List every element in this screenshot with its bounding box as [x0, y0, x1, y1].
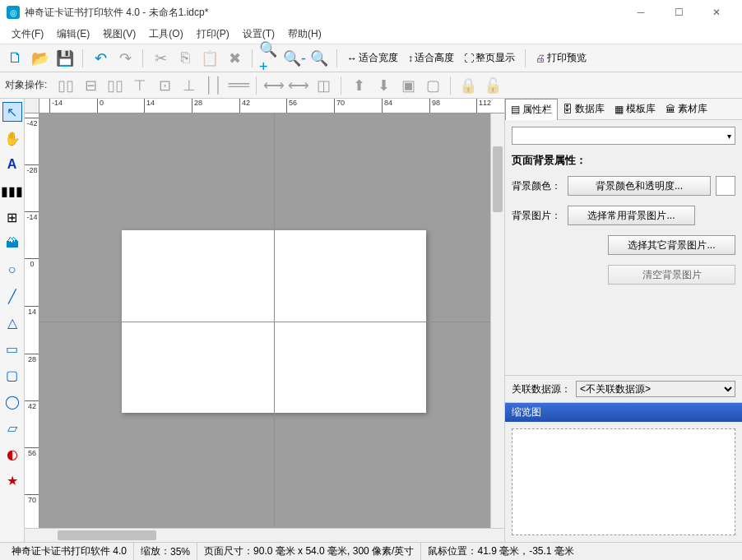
qrcode-tool-icon[interactable]: ⊞ [2, 207, 22, 227]
same-height-icon[interactable]: ⟷ [288, 75, 309, 96]
line-tool-icon[interactable]: ╱ [2, 286, 22, 306]
roundrect-tool-icon[interactable]: ▢ [2, 365, 22, 385]
lock-icon[interactable]: 🔒 [457, 75, 479, 96]
gauge-tool-icon[interactable]: ◐ [2, 444, 22, 464]
status-app: 神奇证卡证书打印软件 4.0 [5, 543, 134, 560]
menu-help[interactable]: 帮助(H) [281, 25, 328, 44]
scroll-thumb[interactable] [58, 530, 156, 540]
scrollbar-horizontal[interactable] [25, 528, 504, 542]
star-tool-icon[interactable]: ★ [2, 470, 22, 490]
align-right-icon[interactable]: ▯▯ [104, 75, 126, 96]
zoom-in-icon[interactable]: 🔍+ [259, 48, 281, 69]
bg-image-common-button[interactable]: 选择常用背景图片... [568, 206, 695, 225]
separator [256, 76, 257, 95]
separator [525, 49, 526, 67]
tab-templates[interactable]: ▦模板库 [610, 99, 661, 119]
database-icon: 🗄 [563, 104, 573, 115]
canvas-viewport[interactable] [39, 113, 490, 528]
fit-width-button[interactable]: ↔适合宽度 [344, 48, 401, 69]
select-tool-icon[interactable]: ↖ [2, 102, 22, 122]
menu-tools[interactable]: 工具(O) [142, 25, 189, 44]
data-source-select[interactable]: <不关联数据源> [576, 381, 735, 397]
text-tool-icon[interactable]: A [2, 155, 22, 174]
ruler-vertical[interactable]: -42 -28 -14 0 14 28 42 56 70 [25, 113, 39, 528]
triangle-tool-icon[interactable]: △ [2, 312, 22, 332]
zoom-reset-icon[interactable]: 🔍 [308, 48, 330, 69]
open-icon[interactable]: 📂 [30, 48, 51, 69]
rect-tool-icon[interactable]: ▭ [2, 339, 22, 359]
same-width-icon[interactable]: ⟷ [263, 75, 285, 96]
separator [336, 49, 337, 67]
same-size-icon[interactable]: ◫ [313, 75, 334, 96]
circle-tool-icon[interactable]: ○ [2, 260, 22, 280]
height-icon: ↕ [408, 53, 413, 64]
menu-view[interactable]: 视图(V) [96, 25, 142, 44]
delete-icon[interactable]: ✖ [224, 48, 245, 69]
bg-color-button[interactable]: 背景颜色和透明度... [568, 176, 711, 196]
fit-height-button[interactable]: ↕适合高度 [405, 48, 457, 69]
bg-color-swatch[interactable] [716, 176, 735, 196]
object-ops-label: 对象操作: [5, 78, 52, 92]
image-tool-icon[interactable]: 🏔 [2, 234, 22, 253]
close-button[interactable]: ✕ [698, 0, 735, 25]
ruler-horizontal[interactable]: -14 0 14 28 42 56 70 84 98 112 [25, 99, 504, 113]
scroll-thumb[interactable] [493, 146, 503, 212]
printer-icon: 🖨 [536, 53, 545, 64]
zoom-out-icon[interactable]: 🔍- [284, 48, 305, 69]
bring-front-icon[interactable]: ⬆ [348, 75, 369, 96]
preview-thumbnail [512, 428, 735, 535]
ruler-tick: 28 [25, 354, 39, 363]
bg-color-row: 背景颜色： 背景颜色和透明度... [512, 176, 735, 196]
polygon-tool-icon[interactable]: ▱ [2, 418, 22, 437]
copy-icon[interactable]: ⎘ [174, 48, 196, 69]
align-left-icon[interactable]: ▯▯ [55, 75, 77, 96]
tab-properties[interactable]: ▤属性栏 [505, 99, 558, 120]
zoom-value: 35% [170, 546, 190, 558]
minimize-button[interactable]: ─ [622, 0, 660, 25]
guide-vertical[interactable] [274, 113, 275, 528]
bg-image-other-button[interactable]: 选择其它背景图片... [608, 235, 735, 255]
data-source-label: 关联数据源： [512, 382, 571, 396]
distribute-v-icon[interactable]: ══ [228, 75, 249, 96]
guide-horizontal[interactable] [39, 322, 490, 322]
template-icon: ▦ [614, 104, 624, 115]
canvas-body: -42 -28 -14 0 14 28 42 56 70 [25, 113, 504, 528]
unlock-icon[interactable]: 🔓 [482, 75, 503, 96]
ruler-tick: -14 [25, 211, 39, 221]
bg-image-row: 背景图片： 选择常用背景图片... [512, 206, 735, 225]
distribute-h-icon[interactable]: ││ [203, 75, 225, 96]
ruler-tick: 84 [382, 99, 392, 113]
bg-image-clear-button[interactable]: 清空背景图片 [608, 265, 735, 285]
status-mouse: 鼠标位置：41.9 毫米，-35.1 毫米 [421, 543, 580, 560]
full-page-button[interactable]: ⛶整页显示 [461, 48, 518, 69]
redo-icon[interactable]: ↷ [114, 48, 136, 69]
align-bottom-icon[interactable]: ⊥ [179, 75, 200, 96]
group-icon[interactable]: ▣ [397, 75, 419, 96]
cut-icon[interactable]: ✂ [150, 48, 171, 69]
hand-tool-icon[interactable]: ✋ [2, 128, 22, 148]
tab-database[interactable]: 🗄数据库 [558, 99, 610, 119]
tab-label: 模板库 [626, 102, 656, 116]
properties-panel: ▾ 页面背景属性： 背景颜色： 背景颜色和透明度... 背景图片： 选择常用背景… [505, 120, 742, 375]
object-selector-combo[interactable]: ▾ [512, 127, 735, 145]
save-icon[interactable]: 💾 [54, 48, 76, 69]
ellipse-tool-icon[interactable]: ◯ [2, 391, 22, 411]
scrollbar-vertical[interactable] [490, 113, 504, 528]
print-preview-button[interactable]: 🖨打印预览 [532, 48, 590, 69]
barcode-tool-icon[interactable]: ▮▮▮ [2, 181, 22, 201]
menu-print[interactable]: 打印(P) [190, 25, 236, 44]
send-back-icon[interactable]: ⬇ [373, 75, 394, 96]
menu-edit[interactable]: 编辑(E) [50, 25, 96, 44]
undo-icon[interactable]: ↶ [90, 48, 111, 69]
align-center-h-icon[interactable]: ⊟ [80, 75, 101, 96]
new-icon[interactable]: 🗋 [5, 48, 26, 69]
mouse-label: 鼠标位置： [428, 544, 477, 558]
ruler-tick: 56 [286, 99, 297, 113]
tab-assets[interactable]: 🏛素材库 [661, 99, 712, 119]
ungroup-icon[interactable]: ▢ [422, 75, 443, 96]
paste-icon[interactable]: 📋 [199, 48, 220, 69]
align-top-icon[interactable]: ⊤ [129, 75, 151, 96]
align-center-v-icon[interactable]: ⊡ [154, 75, 175, 96]
menu-file[interactable]: 文件(F) [5, 25, 50, 44]
maximize-button[interactable]: ☐ [660, 0, 698, 25]
